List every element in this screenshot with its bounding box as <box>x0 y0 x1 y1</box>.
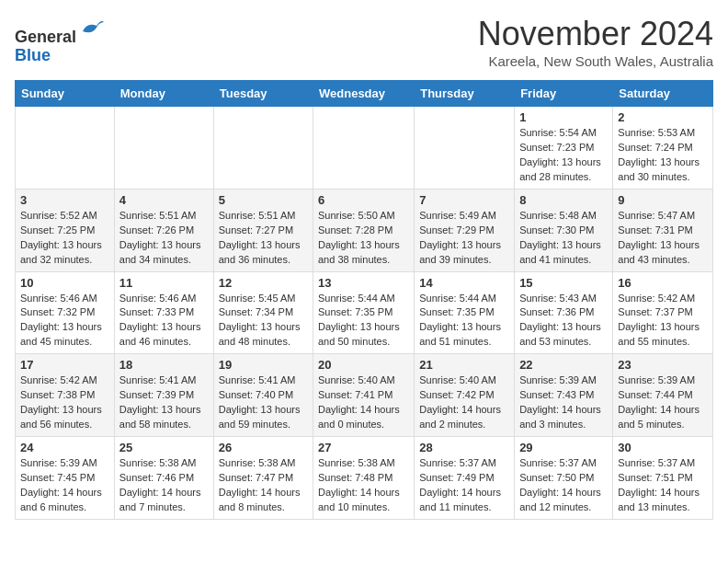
calendar-week-row: 24Sunrise: 5:39 AM Sunset: 7:45 PM Dayli… <box>16 437 713 520</box>
day-number: 2 <box>618 110 708 124</box>
logo-bird-icon <box>78 15 106 42</box>
day-number: 10 <box>20 276 109 290</box>
day-info: Sunrise: 5:39 AM Sunset: 7:45 PM Dayligh… <box>20 456 109 515</box>
day-number: 22 <box>519 358 608 372</box>
day-number: 17 <box>20 358 109 372</box>
day-info: Sunrise: 5:38 AM Sunset: 7:48 PM Dayligh… <box>318 456 409 515</box>
calendar-cell: 11Sunrise: 5:46 AM Sunset: 7:33 PM Dayli… <box>114 271 213 354</box>
calendar-cell: 7Sunrise: 5:49 AM Sunset: 7:29 PM Daylig… <box>415 189 515 271</box>
day-info: Sunrise: 5:40 AM Sunset: 7:42 PM Dayligh… <box>419 373 509 432</box>
day-info: Sunrise: 5:39 AM Sunset: 7:43 PM Dayligh… <box>519 373 608 432</box>
day-number: 7 <box>419 193 509 207</box>
day-info: Sunrise: 5:42 AM Sunset: 7:38 PM Dayligh… <box>20 373 109 432</box>
day-number: 20 <box>318 358 409 372</box>
calendar-cell: 29Sunrise: 5:37 AM Sunset: 7:50 PM Dayli… <box>515 437 613 520</box>
day-number: 28 <box>419 441 509 454</box>
calendar-cell: 21Sunrise: 5:40 AM Sunset: 7:42 PM Dayli… <box>415 354 515 437</box>
calendar-cell: 4Sunrise: 5:51 AM Sunset: 7:26 PM Daylig… <box>114 189 213 271</box>
logo: General Blue <box>15 15 106 65</box>
calendar-cell <box>313 107 415 190</box>
title-area: November 2024 Kareela, New South Wales, … <box>478 15 713 69</box>
calendar-cell: 14Sunrise: 5:44 AM Sunset: 7:35 PM Dayli… <box>415 271 515 354</box>
day-number: 11 <box>119 276 209 290</box>
calendar-cell <box>415 107 515 190</box>
weekday-header-saturday: Saturday <box>613 81 713 107</box>
logo-blue: Blue <box>15 46 51 64</box>
weekday-header-tuesday: Tuesday <box>213 81 313 107</box>
day-info: Sunrise: 5:49 AM Sunset: 7:29 PM Dayligh… <box>419 209 509 268</box>
day-number: 18 <box>119 358 209 372</box>
day-info: Sunrise: 5:46 AM Sunset: 7:32 PM Dayligh… <box>20 292 109 350</box>
day-number: 21 <box>419 358 509 372</box>
calendar-cell: 10Sunrise: 5:46 AM Sunset: 7:32 PM Dayli… <box>16 271 115 354</box>
calendar-cell: 25Sunrise: 5:38 AM Sunset: 7:46 PM Dayli… <box>114 437 213 520</box>
day-number: 27 <box>318 441 409 454</box>
day-number: 1 <box>519 110 608 124</box>
calendar-cell <box>114 107 213 190</box>
day-number: 25 <box>119 441 209 454</box>
day-number: 8 <box>519 193 608 207</box>
calendar-cell: 13Sunrise: 5:44 AM Sunset: 7:35 PM Dayli… <box>313 271 415 354</box>
calendar-cell: 8Sunrise: 5:48 AM Sunset: 7:30 PM Daylig… <box>515 189 613 271</box>
weekday-header-sunday: Sunday <box>16 81 115 107</box>
calendar-cell: 3Sunrise: 5:52 AM Sunset: 7:25 PM Daylig… <box>16 189 115 271</box>
day-info: Sunrise: 5:52 AM Sunset: 7:25 PM Dayligh… <box>20 209 109 268</box>
logo-text: General Blue <box>15 15 106 65</box>
weekday-header-wednesday: Wednesday <box>313 81 415 107</box>
calendar-cell: 24Sunrise: 5:39 AM Sunset: 7:45 PM Dayli… <box>16 437 115 520</box>
day-info: Sunrise: 5:37 AM Sunset: 7:50 PM Dayligh… <box>519 456 608 515</box>
day-number: 29 <box>519 441 608 454</box>
calendar-cell: 15Sunrise: 5:43 AM Sunset: 7:36 PM Dayli… <box>515 271 613 354</box>
day-number: 30 <box>618 441 708 454</box>
day-info: Sunrise: 5:45 AM Sunset: 7:34 PM Dayligh… <box>219 292 308 350</box>
day-info: Sunrise: 5:38 AM Sunset: 7:46 PM Dayligh… <box>119 456 209 515</box>
calendar-cell: 18Sunrise: 5:41 AM Sunset: 7:39 PM Dayli… <box>114 354 213 437</box>
calendar-cell: 20Sunrise: 5:40 AM Sunset: 7:41 PM Dayli… <box>313 354 415 437</box>
weekday-header-monday: Monday <box>114 81 213 107</box>
weekday-header-friday: Friday <box>515 81 613 107</box>
day-info: Sunrise: 5:48 AM Sunset: 7:30 PM Dayligh… <box>519 209 608 268</box>
calendar-week-row: 3Sunrise: 5:52 AM Sunset: 7:25 PM Daylig… <box>16 189 713 271</box>
day-number: 15 <box>519 276 608 290</box>
day-info: Sunrise: 5:51 AM Sunset: 7:27 PM Dayligh… <box>219 209 308 268</box>
day-info: Sunrise: 5:40 AM Sunset: 7:41 PM Dayligh… <box>318 373 409 432</box>
day-number: 16 <box>618 276 708 290</box>
weekday-header-row: SundayMondayTuesdayWednesdayThursdayFrid… <box>16 81 713 107</box>
calendar-cell: 16Sunrise: 5:42 AM Sunset: 7:37 PM Dayli… <box>613 271 713 354</box>
day-number: 13 <box>318 276 409 290</box>
day-number: 24 <box>20 441 109 454</box>
calendar-cell: 2Sunrise: 5:53 AM Sunset: 7:24 PM Daylig… <box>613 107 713 190</box>
day-info: Sunrise: 5:46 AM Sunset: 7:33 PM Dayligh… <box>119 292 209 350</box>
day-number: 4 <box>119 193 209 207</box>
calendar-cell: 30Sunrise: 5:37 AM Sunset: 7:51 PM Dayli… <box>613 437 713 520</box>
calendar-cell: 6Sunrise: 5:50 AM Sunset: 7:28 PM Daylig… <box>313 189 415 271</box>
day-info: Sunrise: 5:39 AM Sunset: 7:44 PM Dayligh… <box>618 373 708 432</box>
day-info: Sunrise: 5:41 AM Sunset: 7:39 PM Dayligh… <box>119 373 209 432</box>
weekday-header-thursday: Thursday <box>415 81 515 107</box>
calendar-cell: 1Sunrise: 5:54 AM Sunset: 7:23 PM Daylig… <box>515 107 613 190</box>
day-number: 6 <box>318 193 409 207</box>
day-info: Sunrise: 5:51 AM Sunset: 7:26 PM Dayligh… <box>119 209 209 268</box>
day-info: Sunrise: 5:53 AM Sunset: 7:24 PM Dayligh… <box>618 126 708 185</box>
calendar-week-row: 10Sunrise: 5:46 AM Sunset: 7:32 PM Dayli… <box>16 271 713 354</box>
calendar-cell: 27Sunrise: 5:38 AM Sunset: 7:48 PM Dayli… <box>313 437 415 520</box>
day-info: Sunrise: 5:44 AM Sunset: 7:35 PM Dayligh… <box>318 292 409 350</box>
day-number: 3 <box>20 193 109 207</box>
calendar-cell: 28Sunrise: 5:37 AM Sunset: 7:49 PM Dayli… <box>415 437 515 520</box>
calendar-cell <box>213 107 313 190</box>
day-number: 14 <box>419 276 509 290</box>
header: General Blue November 2024 Kareela, New … <box>15 15 713 69</box>
day-info: Sunrise: 5:47 AM Sunset: 7:31 PM Dayligh… <box>618 209 708 268</box>
logo-general: General <box>15 28 76 46</box>
calendar-cell: 26Sunrise: 5:38 AM Sunset: 7:47 PM Dayli… <box>213 437 313 520</box>
day-number: 23 <box>618 358 708 372</box>
day-number: 19 <box>219 358 308 372</box>
day-info: Sunrise: 5:41 AM Sunset: 7:40 PM Dayligh… <box>219 373 308 432</box>
day-info: Sunrise: 5:43 AM Sunset: 7:36 PM Dayligh… <box>519 292 608 350</box>
day-info: Sunrise: 5:44 AM Sunset: 7:35 PM Dayligh… <box>419 292 509 350</box>
calendar-cell: 23Sunrise: 5:39 AM Sunset: 7:44 PM Dayli… <box>613 354 713 437</box>
day-number: 12 <box>219 276 308 290</box>
calendar-cell: 17Sunrise: 5:42 AM Sunset: 7:38 PM Dayli… <box>16 354 115 437</box>
day-number: 26 <box>219 441 308 454</box>
calendar-cell: 5Sunrise: 5:51 AM Sunset: 7:27 PM Daylig… <box>213 189 313 271</box>
